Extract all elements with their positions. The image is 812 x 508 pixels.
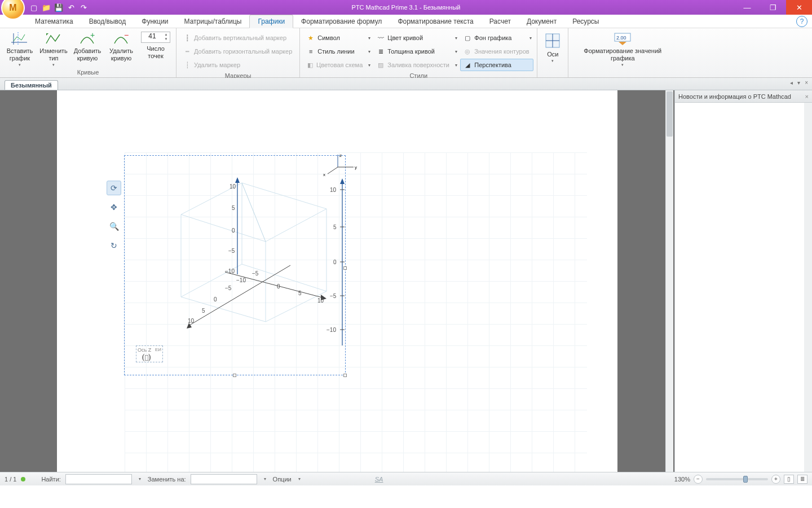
z-axis-input[interactable]: Ось Z ЕИ () — [136, 345, 163, 362]
add-curve-button[interactable]: + Добавить кривую — [71, 30, 104, 62]
dmarker-icon: ┆ — [183, 60, 192, 69]
points-label: Число точек — [147, 45, 165, 59]
delete-curve-button[interactable]: − Удалить кривую — [105, 30, 138, 62]
axes-button[interactable]: Оси ▾ — [541, 30, 564, 63]
vertical-scrollbar[interactable] — [665, 90, 673, 472]
find-dropdown[interactable]: ▾ — [136, 476, 143, 481]
document-page[interactable]: ⟳ ✥ 🔍 ↻ — [57, 90, 617, 472]
tab-io[interactable]: Ввод/вывод — [81, 15, 134, 28]
axes-icon — [545, 33, 561, 50]
reset-tool[interactable]: ↻ — [107, 238, 121, 253]
plot-bg-button[interactable]: ▢Фон графика▾ — [460, 32, 533, 44]
hmarker-icon: ┅ — [183, 47, 192, 56]
find-input[interactable] — [65, 474, 132, 484]
change-type-button[interactable]: Изменить тип ▾ — [37, 30, 70, 67]
points-input[interactable]: 41 ▲▼ — [141, 32, 170, 43]
dropdown-icon: ▾ — [452, 63, 457, 68]
replace-input[interactable] — [191, 474, 257, 484]
dropdown-icon[interactable]: ▾ — [365, 36, 370, 41]
dropdown-icon: ▾ — [365, 63, 370, 68]
secondary-axis: 10 5 0 −5 −10 — [314, 178, 382, 348]
document-tab[interactable]: Безымянный — [5, 80, 58, 90]
svg-line-46 — [328, 167, 338, 174]
svg-text:−10: −10 — [326, 327, 336, 333]
pan-tool[interactable]: ✥ — [107, 200, 121, 214]
tab-format-formulas[interactable]: Форматирование формул — [293, 15, 390, 28]
dropdown-icon[interactable]: ▾ — [365, 49, 370, 54]
help-button[interactable]: ? — [796, 16, 807, 27]
delete-curve-icon: − — [112, 32, 130, 46]
tab-math[interactable]: Математика — [27, 15, 81, 28]
tab-next-button[interactable]: ▾ — [796, 80, 802, 86]
resize-handle[interactable] — [343, 374, 347, 377]
spin-tool[interactable]: ⟳ — [107, 181, 121, 195]
new-icon[interactable]: ▢ — [29, 3, 38, 12]
svg-text:0: 0 — [214, 296, 217, 303]
page-view-button[interactable]: ▯ — [784, 475, 794, 484]
tab-plots[interactable]: Графики — [249, 15, 293, 28]
tab-close-button[interactable]: × — [803, 80, 810, 86]
insert-plot-icon — [11, 32, 29, 46]
undo-icon[interactable]: ↶ — [67, 3, 76, 12]
svg-text:−5: −5 — [330, 293, 337, 299]
curve-color-button[interactable]: 〰Цвет кривой▾ — [373, 32, 459, 44]
tab-prev-button[interactable]: ◂ — [788, 80, 795, 86]
close-button[interactable]: ✕ — [786, 0, 812, 15]
star-icon: ★ — [306, 33, 315, 42]
color-icon: 〰 — [376, 33, 385, 42]
add-vertical-marker: ┇Добавить вертикальный маркер — [180, 32, 296, 44]
line-style-button[interactable]: ≡Стиль линии▾ — [303, 45, 372, 58]
replace-dropdown[interactable]: ▾ — [262, 476, 268, 481]
draft-view-button[interactable]: ≣ — [797, 475, 807, 484]
open-icon[interactable]: 📁 — [42, 3, 51, 12]
minimize-button[interactable]: — — [734, 0, 760, 15]
symbol-button[interactable]: ★Символ▾ — [303, 32, 372, 44]
tab-resources[interactable]: Ресурсы — [564, 15, 607, 28]
dropdown-icon: ▾ — [621, 63, 624, 67]
vmarker-icon: ┇ — [183, 33, 192, 42]
dropdown-icon[interactable]: ▾ — [526, 36, 532, 41]
close-panel-button[interactable]: × — [805, 93, 809, 100]
options-label[interactable]: Опции — [273, 476, 292, 483]
svg-text:−10: −10 — [236, 277, 246, 283]
thickness-icon: ≣ — [376, 47, 385, 56]
points-spinner[interactable]: ▲▼ — [163, 33, 169, 42]
mini-orientation-axes: z y x — [321, 154, 360, 176]
tab-calc[interactable]: Расчет — [482, 15, 519, 28]
tab-functions[interactable]: Функции — [134, 15, 176, 28]
zoom-out-button[interactable]: − — [694, 475, 703, 484]
svg-text:2.00: 2.00 — [616, 35, 626, 41]
delete-marker: ┆Удалить маркер — [180, 59, 296, 71]
zoom-slider[interactable] — [706, 478, 768, 480]
window-title: PTC Mathcad Prime 3.1 - Безымянный — [352, 4, 461, 11]
tab-format-text[interactable]: Форматирование текста — [390, 15, 481, 28]
change-type-icon — [45, 32, 63, 46]
redo-icon[interactable]: ↷ — [79, 3, 88, 12]
format-values-button[interactable]: 2.00 Форматирование значений графика ▾ — [572, 30, 673, 67]
perspective-button[interactable]: ◢Перспектива — [460, 59, 533, 71]
svg-text:5: 5 — [333, 224, 337, 230]
thickness-button[interactable]: ≣Толщина кривой▾ — [373, 45, 459, 58]
zoom-tool[interactable]: 🔍 — [107, 219, 121, 234]
add-horizontal-marker: ┅Добавить горизонтальный маркер — [180, 45, 296, 58]
save-icon[interactable]: 💾 — [54, 3, 63, 12]
options-dropdown[interactable]: ▾ — [296, 476, 303, 481]
resize-handle[interactable] — [233, 374, 236, 377]
svg-text:+: + — [90, 30, 95, 40]
dropdown-icon: ▾ — [19, 63, 21, 67]
side-scrollbar[interactable] — [804, 103, 812, 472]
maximize-button[interactable]: ❐ — [760, 0, 786, 15]
zoom-in-button[interactable]: + — [771, 475, 780, 484]
dropdown-icon: ▾ — [52, 63, 55, 67]
contour-icon: ◎ — [463, 47, 472, 56]
tab-document[interactable]: Документ — [519, 15, 564, 28]
find-label: Найти: — [41, 476, 60, 483]
insert-plot-button[interactable]: Вставить график ▾ — [3, 30, 36, 67]
svg-text:y: y — [355, 165, 357, 170]
resize-handle[interactable] — [343, 266, 347, 270]
tab-matrices[interactable]: Матрицы/таблицы — [176, 15, 250, 28]
dropdown-icon[interactable]: ▾ — [452, 36, 457, 41]
add-curve-icon: + — [78, 32, 96, 46]
svg-text:−5: −5 — [252, 270, 259, 277]
dropdown-icon[interactable]: ▾ — [452, 49, 457, 54]
